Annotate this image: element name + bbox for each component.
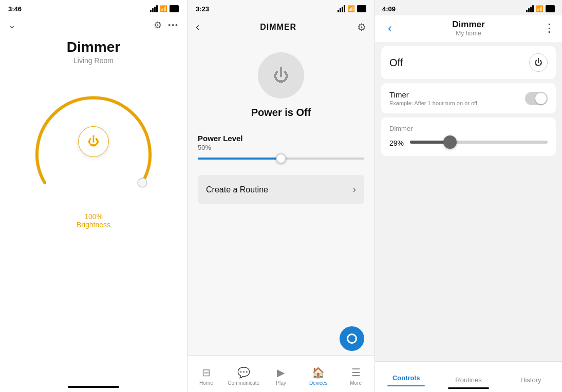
nav-play[interactable]: ▶ Play: [263, 362, 300, 386]
nav-communicate[interactable]: 💬 Communicate: [225, 362, 263, 386]
nav-devices-label: Devices: [309, 380, 328, 386]
brightness-pct: 100%: [0, 212, 187, 221]
battery-3: 46: [546, 5, 555, 12]
time-2: 3:23: [196, 5, 209, 13]
tab-history[interactable]: History: [500, 370, 562, 384]
nav-devices[interactable]: 🏠 Devices: [299, 362, 337, 386]
timer-row: Timer Example: After 1 hour turn on or o…: [389, 90, 548, 106]
time-1: 3:46: [8, 5, 22, 13]
timer-label: Timer: [389, 90, 477, 99]
panel-1: 3:46 📶 47 ⌄ ⚙ ••• Dimmer Living Room: [0, 0, 188, 392]
more-button-3[interactable]: ⋮: [539, 22, 555, 35]
more-button[interactable]: •••: [168, 21, 179, 29]
communicate-icon: 💬: [237, 366, 250, 379]
power-circle-2[interactable]: ⏻: [258, 52, 304, 99]
wifi-icon-2: 📶: [347, 5, 355, 12]
status-bar-2: 3:23 📶 49: [188, 0, 374, 15]
off-row: Off ⏻: [389, 53, 548, 72]
time-3: 4:09: [382, 5, 396, 13]
p1-header-icons: ⚙ •••: [154, 19, 179, 31]
p1-header: ⌄ ⚙ •••: [0, 15, 187, 35]
power-status-text: Power is Off: [188, 107, 374, 119]
gear-button-2[interactable]: ⚙: [357, 21, 366, 33]
dimmer-circle[interactable]: ⏻: [27, 75, 160, 208]
off-card: Off ⏻: [381, 46, 556, 79]
device-home-3: My home: [398, 30, 539, 37]
nav-more-label: More: [350, 380, 362, 386]
status-icons-1: 📶 47: [150, 5, 179, 12]
device-name-3: Dimmer: [398, 19, 539, 30]
power-level-label: Power Level: [198, 134, 364, 143]
dimmer-pct-value: 29%: [389, 135, 404, 149]
fab-button[interactable]: [340, 326, 364, 351]
p2-header: ‹ DIMMER ⚙: [188, 15, 374, 37]
play-icon: ▶: [277, 366, 285, 379]
toggle-thumb: [535, 93, 547, 104]
off-label: Off: [389, 57, 403, 69]
chevron-down-button[interactable]: ⌄: [8, 19, 16, 31]
routines-tab-label: Routines: [455, 376, 481, 384]
signal-icon-3: [526, 5, 534, 12]
p3-header: ‹ Dimmer My home ⋮: [375, 15, 562, 42]
controls-tab-indicator: [387, 385, 425, 386]
status-bar-1: 3:46 📶 47: [0, 0, 187, 15]
device-name-1: Dimmer: [0, 39, 187, 55]
nav-play-label: Play: [276, 380, 286, 386]
chevron-right-icon: ›: [353, 184, 356, 195]
nav-home[interactable]: ⊟ Home: [188, 362, 225, 386]
create-routine-button[interactable]: Create a Routine ›: [198, 175, 364, 204]
nav-communicate-label: Communicate: [228, 380, 259, 386]
p2-title: DIMMER: [260, 23, 296, 32]
timer-desc: Example: After 1 hour turn on or off: [389, 100, 477, 106]
back-button-2[interactable]: ‹: [196, 21, 199, 34]
p3-title-block: Dimmer My home: [398, 19, 539, 37]
panel-2: 3:23 📶 49 ‹ DIMMER ⚙ ⏻ Power is Off Powe…: [188, 0, 375, 392]
fab-icon: [347, 334, 357, 344]
battery-1: 47: [170, 5, 179, 12]
dimmer-thumb[interactable]: [443, 135, 457, 149]
devices-icon: 🏠: [312, 366, 325, 379]
dimmer-card: Dimmer 29%: [381, 117, 556, 156]
nav-home-label: Home: [199, 380, 213, 386]
tab-routines[interactable]: Routines: [437, 370, 499, 384]
panel-3: 4:09 📶 46 ‹ Dimmer My home ⋮ Off ⏻: [375, 0, 562, 392]
power-level-thumb[interactable]: [276, 153, 286, 164]
power-level-slider[interactable]: [198, 158, 364, 160]
power-icon-1: ⏻: [88, 135, 99, 148]
power-icon-2: ⏻: [273, 66, 289, 85]
power-level-pct: 50%: [198, 144, 364, 151]
device-location-1: Living Room: [0, 56, 187, 65]
power-toggle-button-1[interactable]: ⏻: [78, 126, 109, 157]
dimmer-card-label: Dimmer: [389, 125, 548, 132]
signal-icon-2: [338, 5, 345, 12]
brightness-info: 100% Brightness: [0, 212, 187, 229]
dimmer-slider[interactable]: [410, 141, 548, 144]
timer-toggle[interactable]: [525, 92, 548, 105]
settings-button[interactable]: ⚙: [154, 19, 162, 31]
power-level-section: Power Level 50%: [188, 134, 374, 160]
power-button-3[interactable]: ⏻: [529, 53, 548, 72]
controls-tab-label: Controls: [392, 374, 420, 382]
status-icons-3: 📶 46: [526, 5, 555, 12]
wifi-icon-3: 📶: [536, 5, 544, 12]
nav-more[interactable]: ☰ More: [337, 362, 374, 386]
timer-card: Timer Example: After 1 hour turn on or o…: [381, 83, 556, 113]
power-level-fill: [198, 158, 281, 160]
battery-2: 49: [357, 5, 366, 12]
back-button-3[interactable]: ‹: [382, 21, 398, 35]
bottom-nav: ⊟ Home 💬 Communicate ▶ Play 🏠 Devices ☰ …: [188, 355, 374, 392]
home-indicator-3: [448, 387, 489, 389]
history-tab-label: History: [520, 376, 541, 384]
wifi-icon-1: 📶: [160, 5, 167, 12]
dimmer-row: 29%: [389, 135, 548, 149]
svg-point-0: [138, 178, 147, 187]
status-icons-2: 📶 49: [338, 5, 366, 12]
more-icon: ☰: [351, 366, 361, 379]
home-icon: ⊟: [202, 366, 211, 379]
status-bar-3: 4:09 📶 46: [375, 0, 562, 15]
home-indicator-1: [68, 386, 119, 388]
signal-icon-1: [150, 5, 158, 12]
tab-controls[interactable]: Controls: [375, 368, 437, 386]
routine-label: Create a Routine: [206, 185, 268, 194]
timer-info: Timer Example: After 1 hour turn on or o…: [389, 90, 477, 106]
